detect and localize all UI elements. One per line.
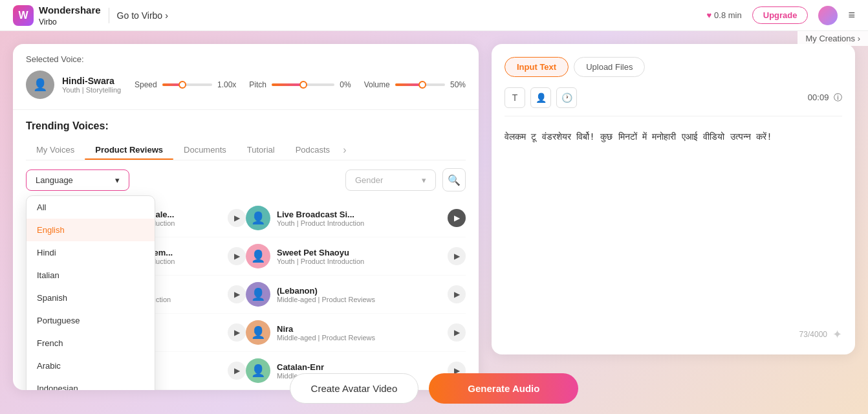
menu-icon[interactable]: ≡ bbox=[848, 8, 855, 22]
text-style-button[interactable]: T bbox=[505, 87, 525, 108]
topbar-left: W WondershareVirbo Go to Virbo › bbox=[13, 5, 168, 27]
speed-track[interactable] bbox=[162, 83, 212, 86]
clock-icon: 🕐 bbox=[561, 93, 572, 103]
volume-label: Volume bbox=[364, 80, 390, 89]
sliders-area: Speed 1.00x Pitch 0 bbox=[135, 80, 466, 89]
my-creations-link[interactable]: My Creations › bbox=[797, 31, 868, 46]
clock-icon-button[interactable]: 🕐 bbox=[556, 87, 577, 108]
tab-documents[interactable]: Documents bbox=[173, 140, 237, 160]
play-button-2[interactable]: ▶ bbox=[228, 247, 246, 265]
voice-item-desc-9: Middle-aged | Product Reviews bbox=[277, 334, 441, 342]
upgrade-button[interactable]: Upgrade bbox=[752, 6, 808, 24]
voice-avatar-8: 👤 bbox=[246, 282, 270, 307]
help-icon[interactable]: ⓘ bbox=[834, 93, 842, 102]
text-icon: T bbox=[512, 93, 518, 103]
voice-desc: Youth | Storytelling bbox=[62, 86, 127, 94]
create-avatar-button[interactable]: Create Avatar Video bbox=[290, 373, 419, 404]
speed-label: Speed bbox=[135, 80, 157, 89]
filter-row: Language ▾ All English Hindi Italian Spa… bbox=[13, 160, 479, 199]
play-button-1[interactable]: ▶ bbox=[228, 209, 246, 227]
pitch-thumb[interactable] bbox=[299, 81, 307, 89]
language-option-italian[interactable]: Italian bbox=[27, 264, 155, 287]
language-dropdown-button[interactable]: Language ▾ bbox=[26, 169, 129, 191]
list-item: 👤 Sweet Pet Shaoyu Youth | Product Intro… bbox=[246, 237, 466, 276]
voice-item-name-8: (Lebanon) bbox=[277, 286, 441, 296]
play-button-6[interactable]: ▶ bbox=[448, 209, 466, 227]
tab-right-arrow[interactable]: › bbox=[343, 144, 346, 156]
language-dropdown: Language ▾ All English Hindi Italian Spa… bbox=[26, 169, 339, 191]
chevron-down-icon: ▾ bbox=[115, 175, 120, 185]
search-button[interactable]: 🔍 bbox=[442, 168, 466, 191]
pitch-label: Pitch bbox=[249, 80, 266, 89]
tab-product-reviews[interactable]: Product Reviews bbox=[85, 140, 173, 160]
voice-item-info-7: Sweet Pet Shaoyu Youth | Product Introdu… bbox=[277, 248, 441, 265]
time-display: 00:09 ⓘ bbox=[808, 92, 842, 104]
pitch-track[interactable] bbox=[272, 83, 334, 86]
speed-slider-group: Speed 1.00x bbox=[135, 80, 236, 89]
user-avatar[interactable] bbox=[818, 6, 838, 25]
tab-my-voices[interactable]: My Voices bbox=[26, 140, 85, 160]
language-option-all[interactable]: All bbox=[27, 196, 155, 219]
voice-control-row: 👤 Hindi-Swara Youth | Storytelling Speed bbox=[26, 71, 466, 99]
left-panel: Selected Voice: 👤 Hindi-Swara Youth | St… bbox=[13, 44, 479, 390]
clear-icon[interactable]: ✦ bbox=[832, 327, 842, 342]
play-button-3[interactable]: ▶ bbox=[228, 285, 246, 303]
language-option-hindi[interactable]: Hindi bbox=[27, 241, 155, 264]
tab-upload-files[interactable]: Upload Files bbox=[574, 57, 645, 77]
pitch-fill bbox=[272, 83, 303, 86]
volume-value: 50% bbox=[450, 80, 466, 89]
voice-item-info-9: Nira Middle-aged | Product Reviews bbox=[277, 324, 441, 342]
voice-item-desc-8: Middle-aged | Product Reviews bbox=[277, 296, 441, 303]
play-button-7[interactable]: ▶ bbox=[448, 247, 466, 265]
language-option-indonesian[interactable]: Indonesian bbox=[27, 377, 155, 391]
tab-input-text[interactable]: Input Text bbox=[505, 57, 569, 77]
voice-item-desc-6: Youth | Product Introduction bbox=[277, 219, 441, 227]
topbar-right: ♥ 0.8 min Upgrade ≡ bbox=[706, 6, 855, 25]
pitch-slider-group: Pitch 0% bbox=[249, 80, 351, 89]
search-icon: 🔍 bbox=[448, 174, 461, 186]
language-option-spanish[interactable]: Spanish bbox=[27, 287, 155, 309]
language-option-portuguese[interactable]: Portuguese bbox=[27, 309, 155, 332]
volume-thumb[interactable] bbox=[418, 81, 426, 89]
voice-avatar-9: 👤 bbox=[246, 320, 270, 345]
tab-podcasts[interactable]: Podcasts bbox=[285, 140, 340, 160]
text-bottom-row: 73/4000 ✦ bbox=[505, 327, 842, 342]
selected-voice-section: Selected Voice: 👤 Hindi-Swara Youth | St… bbox=[13, 44, 479, 110]
right-panel: Input Text Upload Files T 👤 🕐 00:09 ⓘ वे… bbox=[492, 44, 855, 354]
logo-icon: W bbox=[13, 5, 34, 26]
tab-tutorial[interactable]: Tutorial bbox=[237, 140, 285, 160]
heart-icon: ♥ bbox=[706, 10, 711, 20]
voice-avatar-7: 👤 bbox=[246, 244, 270, 268]
generate-audio-button[interactable]: Generate Audio bbox=[429, 373, 578, 404]
gender-dropdown-button[interactable]: Gender ▾ bbox=[345, 169, 436, 191]
language-option-french[interactable]: French bbox=[27, 332, 155, 354]
chevron-down-icon: ▾ bbox=[422, 175, 426, 185]
volume-track[interactable] bbox=[395, 83, 445, 86]
trending-section: Trending Voices: My Voices Product Revie… bbox=[13, 110, 479, 160]
right-tabs: Input Text Upload Files bbox=[505, 57, 842, 77]
voice-item-name-7: Sweet Pet Shaoyu bbox=[277, 248, 441, 257]
selected-voice-avatar: 👤 bbox=[26, 71, 54, 99]
play-button-9[interactable]: ▶ bbox=[448, 323, 466, 342]
list-item: 👤 (Lebanon) Middle-aged | Product Review… bbox=[246, 276, 466, 314]
trending-title: Trending Voices: bbox=[26, 120, 466, 132]
pitch-value: 0% bbox=[340, 80, 351, 89]
voice-item-name-9: Nira bbox=[277, 324, 441, 334]
voice-item-name-6: Live Broadcast Si... bbox=[277, 210, 441, 219]
text-tools: T 👤 🕐 00:09 ⓘ bbox=[505, 87, 842, 108]
voice-item-desc-7: Youth | Product Introduction bbox=[277, 257, 441, 265]
play-button-8[interactable]: ▶ bbox=[448, 285, 466, 303]
voice-name: Hindi-Swara bbox=[62, 76, 127, 86]
language-option-english[interactable]: English bbox=[27, 219, 155, 241]
play-button-4[interactable]: ▶ bbox=[228, 323, 246, 342]
divider bbox=[505, 116, 842, 116]
speed-thumb[interactable] bbox=[179, 81, 186, 89]
person-icon-button[interactable]: 👤 bbox=[530, 87, 551, 108]
goto-virbo-link[interactable]: Go to Virbo › bbox=[117, 10, 168, 21]
char-count: 73/4000 bbox=[799, 330, 827, 339]
speed-value: 1.00x bbox=[217, 80, 236, 89]
logo-text: WondershareVirbo bbox=[39, 5, 101, 27]
language-option-arabic[interactable]: Arabic bbox=[27, 354, 155, 377]
voice-item-info-6: Live Broadcast Si... Youth | Product Int… bbox=[277, 210, 441, 227]
text-input[interactable]: वेलकम टू वंडरशेयर विर्बो! कुछ मिनटों में… bbox=[505, 124, 842, 320]
